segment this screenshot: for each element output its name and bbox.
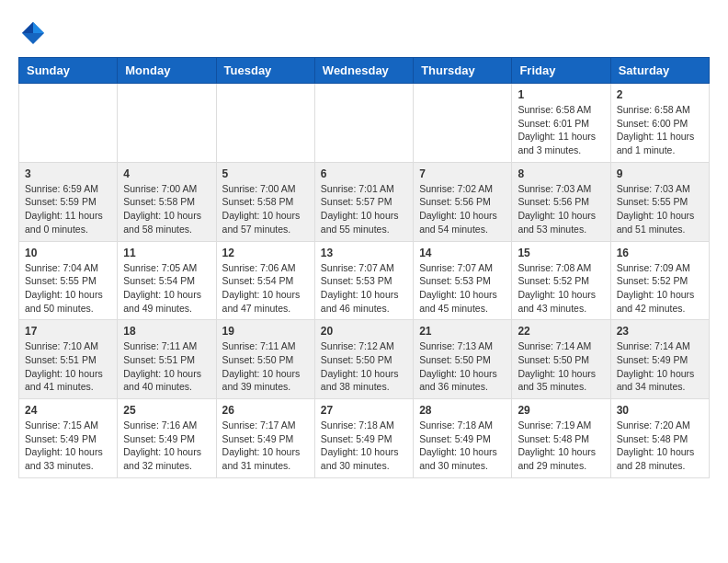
calendar-day-cell: 29Sunrise: 7:19 AM Sunset: 5:48 PM Dayli… <box>512 399 610 478</box>
day-info: Sunrise: 7:03 AM Sunset: 5:56 PM Dayligh… <box>518 182 604 236</box>
day-number: 17 <box>25 325 111 338</box>
day-number: 20 <box>321 325 407 338</box>
calendar-day-cell: 30Sunrise: 7:20 AM Sunset: 5:48 PM Dayli… <box>610 399 709 478</box>
calendar-table: SundayMondayTuesdayWednesdayThursdayFrid… <box>18 57 710 478</box>
day-info: Sunrise: 7:15 AM Sunset: 5:49 PM Dayligh… <box>25 419 111 473</box>
calendar-week-row: 17Sunrise: 7:10 AM Sunset: 5:51 PM Dayli… <box>19 320 710 399</box>
day-info: Sunrise: 7:00 AM Sunset: 5:58 PM Dayligh… <box>123 182 210 236</box>
day-number: 21 <box>419 325 506 338</box>
day-number: 7 <box>419 167 506 180</box>
calendar-day-cell: 24Sunrise: 7:15 AM Sunset: 5:49 PM Dayli… <box>19 399 118 478</box>
calendar-day-cell: 21Sunrise: 7:13 AM Sunset: 5:50 PM Dayli… <box>414 320 512 399</box>
day-info: Sunrise: 7:11 AM Sunset: 5:50 PM Dayligh… <box>222 339 309 394</box>
calendar-day-cell: 1Sunrise: 6:58 AM Sunset: 6:01 PM Daylig… <box>512 84 610 163</box>
day-number: 5 <box>222 167 309 180</box>
day-number: 27 <box>321 404 407 417</box>
weekday-header-sunday: Sunday <box>19 58 118 84</box>
day-number: 19 <box>222 325 309 338</box>
calendar-day-cell: 4Sunrise: 7:00 AM Sunset: 5:58 PM Daylig… <box>118 162 216 241</box>
day-number: 8 <box>518 167 604 180</box>
day-number: 4 <box>123 167 210 180</box>
calendar-week-row: 24Sunrise: 7:15 AM Sunset: 5:49 PM Dayli… <box>19 399 710 478</box>
calendar-day-cell: 22Sunrise: 7:14 AM Sunset: 5:50 PM Dayli… <box>512 320 610 399</box>
calendar-day-cell <box>19 84 118 163</box>
calendar-day-cell: 10Sunrise: 7:04 AM Sunset: 5:55 PM Dayli… <box>19 241 118 320</box>
day-number: 14 <box>419 247 506 259</box>
day-number: 10 <box>25 247 111 259</box>
weekday-header-saturday: Saturday <box>610 58 709 84</box>
day-info: Sunrise: 7:14 AM Sunset: 5:49 PM Dayligh… <box>617 339 703 394</box>
day-number: 13 <box>321 247 407 259</box>
day-number: 3 <box>25 167 111 180</box>
calendar-day-cell: 15Sunrise: 7:08 AM Sunset: 5:52 PM Dayli… <box>512 241 610 320</box>
page-header <box>18 18 710 48</box>
day-info: Sunrise: 7:17 AM Sunset: 5:49 PM Dayligh… <box>222 419 309 473</box>
day-number: 15 <box>518 247 604 259</box>
calendar-day-cell: 26Sunrise: 7:17 AM Sunset: 5:49 PM Dayli… <box>216 399 314 478</box>
calendar-day-cell: 13Sunrise: 7:07 AM Sunset: 5:53 PM Dayli… <box>314 241 413 320</box>
weekday-header-monday: Monday <box>118 58 216 84</box>
calendar-day-cell: 28Sunrise: 7:18 AM Sunset: 5:49 PM Dayli… <box>414 399 512 478</box>
day-number: 22 <box>518 325 604 338</box>
calendar-day-cell <box>118 84 216 163</box>
day-info: Sunrise: 7:09 AM Sunset: 5:52 PM Dayligh… <box>617 261 703 316</box>
day-number: 1 <box>518 88 604 101</box>
logo <box>18 18 53 48</box>
day-info: Sunrise: 7:10 AM Sunset: 5:51 PM Dayligh… <box>25 339 111 394</box>
day-info: Sunrise: 6:59 AM Sunset: 5:59 PM Dayligh… <box>25 182 111 236</box>
calendar-day-cell: 11Sunrise: 7:05 AM Sunset: 5:54 PM Dayli… <box>118 241 216 320</box>
day-info: Sunrise: 7:01 AM Sunset: 5:57 PM Dayligh… <box>321 182 407 236</box>
day-info: Sunrise: 7:00 AM Sunset: 5:58 PM Dayligh… <box>222 182 309 236</box>
calendar-day-cell: 17Sunrise: 7:10 AM Sunset: 5:51 PM Dayli… <box>19 320 118 399</box>
day-number: 23 <box>617 325 703 338</box>
calendar-day-cell: 6Sunrise: 7:01 AM Sunset: 5:57 PM Daylig… <box>314 162 413 241</box>
weekday-header-row: SundayMondayTuesdayWednesdayThursdayFrid… <box>19 58 710 84</box>
day-number: 11 <box>123 247 210 259</box>
calendar-day-cell: 14Sunrise: 7:07 AM Sunset: 5:53 PM Dayli… <box>414 241 512 320</box>
day-number: 28 <box>419 404 506 417</box>
day-number: 30 <box>617 404 703 417</box>
day-number: 9 <box>617 167 703 180</box>
day-number: 29 <box>518 404 604 417</box>
calendar-day-cell: 25Sunrise: 7:16 AM Sunset: 5:49 PM Dayli… <box>118 399 216 478</box>
calendar-day-cell <box>216 84 314 163</box>
weekday-header-tuesday: Tuesday <box>216 58 314 84</box>
svg-marker-2 <box>22 22 33 33</box>
day-number: 24 <box>25 404 111 417</box>
calendar-day-cell: 23Sunrise: 7:14 AM Sunset: 5:49 PM Dayli… <box>610 320 709 399</box>
day-info: Sunrise: 7:03 AM Sunset: 5:55 PM Dayligh… <box>617 182 703 236</box>
day-info: Sunrise: 7:14 AM Sunset: 5:50 PM Dayligh… <box>518 339 604 394</box>
calendar-day-cell: 16Sunrise: 7:09 AM Sunset: 5:52 PM Dayli… <box>610 241 709 320</box>
weekday-header-friday: Friday <box>512 58 610 84</box>
calendar-day-cell: 18Sunrise: 7:11 AM Sunset: 5:51 PM Dayli… <box>118 320 216 399</box>
day-number: 2 <box>617 88 703 101</box>
day-info: Sunrise: 7:18 AM Sunset: 5:49 PM Dayligh… <box>321 419 407 473</box>
calendar-week-row: 1Sunrise: 6:58 AM Sunset: 6:01 PM Daylig… <box>19 84 710 163</box>
calendar-day-cell <box>414 84 512 163</box>
calendar-day-cell: 27Sunrise: 7:18 AM Sunset: 5:49 PM Dayli… <box>314 399 413 478</box>
day-info: Sunrise: 7:02 AM Sunset: 5:56 PM Dayligh… <box>419 182 506 236</box>
day-number: 25 <box>123 404 210 417</box>
day-info: Sunrise: 7:18 AM Sunset: 5:49 PM Dayligh… <box>419 419 506 473</box>
day-info: Sunrise: 7:08 AM Sunset: 5:52 PM Dayligh… <box>518 261 604 316</box>
day-number: 26 <box>222 404 309 417</box>
svg-marker-1 <box>33 22 44 33</box>
day-info: Sunrise: 7:05 AM Sunset: 5:54 PM Dayligh… <box>123 261 210 316</box>
calendar-day-cell: 8Sunrise: 7:03 AM Sunset: 5:56 PM Daylig… <box>512 162 610 241</box>
day-number: 18 <box>123 325 210 338</box>
day-number: 12 <box>222 247 309 259</box>
day-info: Sunrise: 7:04 AM Sunset: 5:55 PM Dayligh… <box>25 261 111 316</box>
calendar-day-cell: 12Sunrise: 7:06 AM Sunset: 5:54 PM Dayli… <box>216 241 314 320</box>
day-info: Sunrise: 7:06 AM Sunset: 5:54 PM Dayligh… <box>222 261 309 316</box>
calendar-day-cell <box>314 84 413 163</box>
day-info: Sunrise: 7:20 AM Sunset: 5:48 PM Dayligh… <box>617 419 703 473</box>
day-number: 6 <box>321 167 407 180</box>
day-info: Sunrise: 7:13 AM Sunset: 5:50 PM Dayligh… <box>419 339 506 394</box>
calendar-day-cell: 19Sunrise: 7:11 AM Sunset: 5:50 PM Dayli… <box>216 320 314 399</box>
calendar-week-row: 3Sunrise: 6:59 AM Sunset: 5:59 PM Daylig… <box>19 162 710 241</box>
day-number: 16 <box>617 247 703 259</box>
calendar-day-cell: 20Sunrise: 7:12 AM Sunset: 5:50 PM Dayli… <box>314 320 413 399</box>
weekday-header-wednesday: Wednesday <box>314 58 413 84</box>
calendar-day-cell: 3Sunrise: 6:59 AM Sunset: 5:59 PM Daylig… <box>19 162 118 241</box>
day-info: Sunrise: 7:12 AM Sunset: 5:50 PM Dayligh… <box>321 339 407 394</box>
